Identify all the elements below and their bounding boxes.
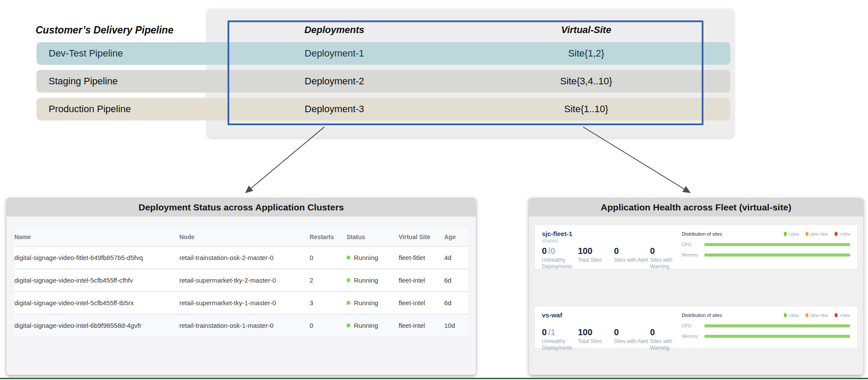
memory-label: Memory xyxy=(682,333,704,339)
cell-status: Running xyxy=(347,277,399,284)
unhealthy-count: 0 xyxy=(542,327,547,337)
stat-label: Total Sites xyxy=(578,338,614,345)
pods-table: Name Node Restarts Status Virtual Site A… xyxy=(14,228,468,336)
cpu-bar-fill xyxy=(704,324,850,327)
legend-item: 25%-75% xyxy=(805,313,828,318)
cell-node: retail-supermarket-tky-2-master-0 xyxy=(179,277,310,284)
deployment-status-panel: Deployment Status across Application Clu… xyxy=(7,198,476,375)
total-sites-count: 100 xyxy=(578,246,614,256)
unhealthy-count: 0 xyxy=(542,246,547,256)
cell-node: retail-trainstation-osk-1-master-0 xyxy=(179,322,310,329)
legend-label: 25%-75% xyxy=(810,232,828,237)
pipeline-name: Staging Pipeline xyxy=(49,76,118,87)
cell-virtual-site: fleet-intel xyxy=(399,322,444,329)
cell-virtual-site: fleet-intel xyxy=(399,299,444,307)
status-dot xyxy=(347,278,350,282)
deployment-status-panel-title: Deployment Status across Application Clu… xyxy=(7,198,476,217)
table-row: digital-signage-video-intel-5cfb455ff-cf… xyxy=(14,268,468,291)
cell-restarts: 0 xyxy=(310,254,347,261)
cell-age: 6d xyxy=(444,277,468,284)
cell-name: digital-signage-video-intel-5cfb455ff-tb… xyxy=(14,299,179,307)
unhealthy-total: /0 xyxy=(548,246,555,256)
cell-age: 4d xyxy=(444,254,468,261)
status-dot xyxy=(347,323,350,327)
stat-sites-alert: 0 Sites with Alert xyxy=(614,246,650,270)
header-cell-node: Node xyxy=(179,233,310,240)
cell-name: digital-signage-video-fitlet-649fb857b5-… xyxy=(14,254,179,261)
cell-virtual-site: fleet-fitlet xyxy=(399,254,444,261)
memory-label: Memory xyxy=(682,252,704,257)
cpu-bar-fill xyxy=(704,243,850,246)
cell-status: Running xyxy=(347,322,399,329)
sites-warning-count: 0 xyxy=(650,246,679,256)
bottom-accent-line xyxy=(0,378,868,379)
distribution-title: Distribution of sites xyxy=(682,313,722,318)
memory-bar-fill xyxy=(704,335,850,338)
status-text: Running xyxy=(354,277,378,284)
stat-label: Unhealthy Deployments xyxy=(542,257,577,270)
cell-restarts: 2 xyxy=(310,277,347,284)
card-subtitle xyxy=(542,319,680,325)
cell-node: retail-supermarket-tky-1-master-0 xyxy=(179,299,310,307)
distribution-title: Distribution of sites xyxy=(682,231,722,237)
memory-bar-fill xyxy=(704,253,850,257)
cell-node: retail-trainstation-osk-2-master-0 xyxy=(179,254,310,261)
legend-label: <25% xyxy=(789,232,799,237)
health-card-sjc-fleet-1: sjc-fleet-1 shared 0/0 Unhealthy Deploym… xyxy=(535,225,857,269)
unhealthy-total: /1 xyxy=(548,327,555,337)
pipeline-name: Dev-Test Pipeline xyxy=(49,48,123,59)
legend-label: 25%-75% xyxy=(810,313,828,318)
app-health-panel-title: Application Health across Fleet (virtual… xyxy=(529,198,863,217)
cpu-label: CPU xyxy=(682,323,704,328)
app-health-panel: Application Health across Fleet (virtual… xyxy=(529,198,863,375)
card-subtitle: shared xyxy=(542,238,680,244)
stat-sites-warning: 0 Sites with Warning xyxy=(650,327,679,351)
legend-dot-orange xyxy=(805,313,809,317)
table-row: digital-signage-video-intel-5cfb455ff-tb… xyxy=(14,291,468,313)
cell-status: Running xyxy=(347,299,399,307)
stat-label: Sites with Alert xyxy=(614,257,650,263)
usage-legend: <25% 25%-75% >75% xyxy=(784,313,850,318)
legend-label: >75% xyxy=(839,232,850,237)
cell-name: digital-signage-video-intel-5cfb455ff-cf… xyxy=(14,277,179,284)
cell-name: digital-signage-video-intel-6b9f96558d-4… xyxy=(14,322,179,329)
status-text: Running xyxy=(354,322,378,329)
sites-alert-count: 0 xyxy=(614,327,650,337)
cpu-label: CPU xyxy=(682,242,704,247)
cell-age: 10d xyxy=(444,322,468,329)
table-row: digital-signage-video-fitlet-649fb857b5-… xyxy=(14,246,468,268)
usage-legend: <25% 25%-75% >75% xyxy=(784,232,850,237)
stat-label: Sites with Warning xyxy=(650,257,679,270)
sites-alert-count: 0 xyxy=(614,246,650,256)
cell-status: Running xyxy=(347,254,399,261)
status-text: Running xyxy=(354,254,378,261)
cell-restarts: 0 xyxy=(310,322,347,329)
stat-unhealthy: 0/1 Unhealthy Deployments xyxy=(542,327,578,351)
stat-total-sites: 100 Total Sites xyxy=(578,246,614,270)
legend-item: <25% xyxy=(784,313,799,318)
memory-bar xyxy=(704,335,850,338)
cell-virtual-site: fleet-intel xyxy=(399,277,444,284)
stat-sites-alert: 0 Sites with Alert xyxy=(614,327,650,351)
header-cell-status: Status xyxy=(347,233,399,240)
health-card-vs-waf: vs-waf 0/1 Unhealthy Deployments 100 Tot… xyxy=(535,307,857,348)
header-cell-virtual-site: Virtual Site xyxy=(399,233,444,240)
status-text: Running xyxy=(354,299,378,307)
table-header: Name Node Restarts Status Virtual Site A… xyxy=(14,228,468,246)
stat-label: Sites with Alert xyxy=(614,338,650,345)
stat-unhealthy: 0/0 Unhealthy Deployments xyxy=(542,246,578,270)
header-cell-restarts: Restarts xyxy=(310,233,347,240)
header-cell-name: Name xyxy=(14,233,179,240)
pipeline-name: Production Pipeline xyxy=(49,103,131,115)
card-name: vs-waf xyxy=(542,311,680,319)
cell-restarts: 3 xyxy=(310,299,347,307)
legend-dot-orange xyxy=(805,232,809,236)
stat-sites-warning: 0 Sites with Warning xyxy=(650,246,679,270)
legend-item: >75% xyxy=(835,313,850,318)
highlight-box xyxy=(228,20,703,125)
sites-warning-count: 0 xyxy=(650,327,679,337)
stat-label: Sites with Warning xyxy=(650,338,679,351)
header-cell-age: Age xyxy=(444,233,468,240)
total-sites-count: 100 xyxy=(578,327,614,337)
pipeline-title: Customer’s Delivery Pipeline xyxy=(36,24,173,36)
